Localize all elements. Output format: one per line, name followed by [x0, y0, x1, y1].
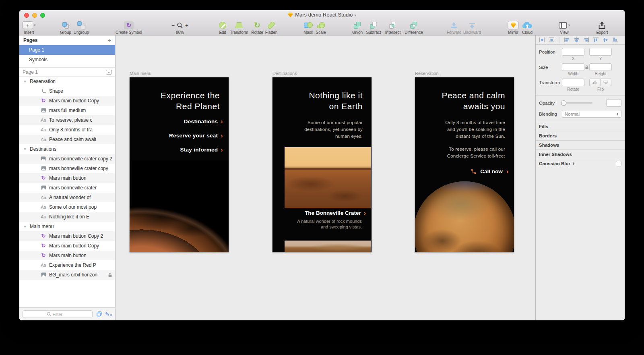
titlebar[interactable]: Mars demo React Studio▾	[19, 10, 625, 20]
page-item-page-1[interactable]: Page 1	[19, 45, 115, 55]
destinations-title[interactable]: Nothing like it on Earth	[272, 90, 363, 112]
inner-shadows-section-header[interactable]: Inner Shadows	[536, 149, 625, 159]
align-bottom-icon[interactable]	[612, 37, 618, 43]
lock-icon[interactable]	[108, 273, 112, 277]
layer-row[interactable]: ↻ Mars main button Copy	[19, 241, 115, 251]
layer-row[interactable]: Aa To reserve, please c	[19, 115, 115, 125]
fills-section-header[interactable]: Fills	[536, 122, 625, 131]
align-center-horizontal-icon[interactable]	[574, 37, 580, 43]
reservation-body-2[interactable]: To reserve, please call our Concierge Se…	[415, 146, 505, 160]
align-right-icon[interactable]	[583, 37, 589, 43]
view-button[interactable]: ▾ View	[559, 21, 570, 35]
mars-horizon-image[interactable]	[130, 160, 229, 252]
position-x-input[interactable]	[562, 48, 584, 56]
gaussian-blur-section-header[interactable]: Gaussian Blur ▲▼	[536, 159, 625, 168]
layer-group-row[interactable]: ▾ Main menu	[19, 222, 115, 231]
cloud-button[interactable]: Cloud	[522, 21, 533, 35]
title-chevron-icon[interactable]: ▾	[354, 13, 356, 17]
rotate-input[interactable]	[562, 79, 584, 86]
page-item-symbols[interactable]: Symbols	[19, 55, 115, 64]
height-input[interactable]	[589, 63, 612, 71]
layer-row[interactable]: mars full medium	[19, 106, 115, 115]
filter-field[interactable]	[23, 310, 93, 318]
opacity-slider-knob[interactable]	[561, 100, 566, 106]
artboard-label-main-menu[interactable]: Main menu	[130, 71, 151, 76]
bonneville-crater-image[interactable]	[285, 147, 371, 208]
backward-button[interactable]: Backward	[463, 21, 481, 35]
layer-row[interactable]: Aa Only 8 months of tra	[19, 125, 115, 135]
align-left-icon[interactable]	[564, 37, 570, 43]
layer-group-row[interactable]: ▾ Reservation	[19, 77, 115, 86]
opacity-slider[interactable]	[562, 102, 592, 104]
zoom-out-button[interactable]: −	[171, 22, 175, 29]
collapse-panel-icon[interactable]: ▲	[106, 70, 112, 75]
mask-button[interactable]: Mask	[303, 21, 313, 35]
layer-group-row[interactable]: ▾ Destinations	[19, 144, 115, 154]
union-button[interactable]: Union	[352, 21, 363, 35]
subtract-button[interactable]: Subtract	[366, 21, 381, 35]
filter-input[interactable]	[53, 312, 69, 317]
layer-row[interactable]: ↻ Mars main button	[19, 173, 115, 183]
layer-row[interactable]: Aa Experience the Red P	[19, 260, 115, 270]
artboard-destinations[interactable]: Nothing like it on Earth Some of our mos…	[272, 77, 372, 252]
pages-overlap-icon[interactable]	[97, 311, 102, 317]
artboard-label-reservation[interactable]: Reservation	[415, 71, 439, 76]
lock-ratio-icon[interactable]	[584, 65, 589, 69]
align-middle-vertical-icon[interactable]	[603, 37, 609, 43]
bonneville-card-body[interactable]: A natural wonder of rock mounds and swee…	[272, 218, 362, 230]
gaussian-blur-checkbox[interactable]	[616, 161, 621, 166]
disclosure-triangle-icon[interactable]: ▾	[23, 224, 27, 228]
layer-row[interactable]: mars bonneville crater	[19, 183, 115, 193]
align-top-icon[interactable]	[593, 37, 599, 43]
disclosure-triangle-icon[interactable]: ▾	[23, 147, 27, 151]
layer-row[interactable]: Aa Peace and calm await	[19, 135, 115, 144]
width-input[interactable]	[562, 63, 584, 71]
layer-row[interactable]: ↻ Mars main button	[19, 251, 115, 260]
rotate-button[interactable]: ↻ Rotate	[251, 21, 263, 35]
distribute-horizontally-icon[interactable]	[539, 37, 545, 43]
main-menu-title[interactable]: Experience the Red Planet	[130, 90, 220, 112]
destinations-body[interactable]: Some of our most popular destinations, y…	[272, 119, 363, 140]
shadows-section-header[interactable]: Shadows	[536, 140, 625, 149]
layer-row[interactable]: ↻ Mars main button Copy	[19, 96, 115, 106]
flatten-button[interactable]: Flatten	[265, 21, 278, 35]
layer-row[interactable]: BG_mars orbit horizon	[19, 270, 115, 280]
artboard-main-menu[interactable]: Experience the Red Planet Destinations ›…	[130, 77, 229, 252]
transform-button[interactable]: Transform	[230, 21, 248, 35]
blending-select[interactable]: Normal ▲▼	[562, 110, 621, 118]
mirror-button[interactable]: Mirror	[508, 21, 519, 35]
scale-button[interactable]: Scale	[316, 21, 326, 35]
disclosure-triangle-icon[interactable]: ▾	[23, 79, 27, 83]
reservation-title[interactable]: Peace and calm awaits you	[415, 90, 505, 112]
zoom-in-button[interactable]: +	[185, 22, 188, 29]
intersect-button[interactable]: Intersect	[385, 21, 400, 35]
position-y-input[interactable]	[589, 48, 612, 56]
layer-row[interactable]: mars bonneville crater copy	[19, 164, 115, 173]
design-canvas[interactable]: Main menu Experience the Red Planet Dest…	[116, 35, 535, 320]
flip-horizontal-button[interactable]	[589, 79, 601, 86]
layer-row[interactable]: Aa Nothing like it on E	[19, 212, 115, 222]
forward-button[interactable]: Forward	[447, 21, 462, 35]
edit-button[interactable]: Edit	[219, 21, 226, 35]
create-symbol-button[interactable]: ↻ Create Symbol	[116, 21, 142, 35]
reservation-body-1[interactable]: Only 8 months of travel time and you'll …	[415, 119, 505, 140]
group-button[interactable]: Group	[60, 21, 71, 35]
difference-button[interactable]: Difference	[405, 21, 423, 35]
bonneville-card-title[interactable]: The Bonneville Crater ›	[305, 210, 366, 216]
layer-row[interactable]: Aa Some of our most pop	[19, 202, 115, 212]
menu-item-destinations[interactable]: Destinations ›	[184, 118, 223, 125]
artboard-label-destinations[interactable]: Destinations	[272, 71, 297, 76]
layer-row[interactable]: Shape	[19, 86, 115, 96]
distribute-vertically-icon[interactable]	[549, 37, 555, 43]
layer-row[interactable]: ↻ Mars main button Copy 2	[19, 231, 115, 241]
add-page-button[interactable]: +	[107, 37, 111, 44]
ungroup-button[interactable]: Ungroup	[74, 21, 89, 35]
menu-item-reserve[interactable]: Reserve your seat ›	[169, 133, 223, 139]
layer-row[interactable]: Aa A natural wonder of	[19, 193, 115, 202]
mars-globe-image[interactable]	[415, 181, 514, 252]
flip-vertical-button[interactable]	[600, 79, 611, 86]
export-button[interactable]: Export	[597, 21, 608, 35]
mars-hills-image[interactable]	[285, 241, 371, 252]
insert-button[interactable]: +▾ Insert	[22, 21, 35, 35]
artboard-reservation[interactable]: Peace and calm awaits you Only 8 months …	[415, 77, 514, 252]
